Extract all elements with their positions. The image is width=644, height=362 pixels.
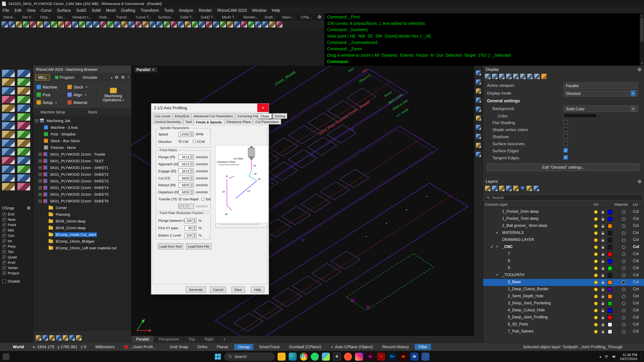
panel-tab-icon[interactable]: [476, 143, 481, 148]
load-from-tool-button[interactable]: Load from Tool: [158, 243, 183, 249]
wrench-icon[interactable]: [114, 75, 119, 79]
bulb-icon[interactable]: [594, 259, 598, 263]
material-icon[interactable]: [622, 330, 626, 334]
toolbar-icon[interactable]: [227, 21, 233, 27]
toolbar-icon[interactable]: [157, 21, 163, 27]
tree-item-operation-selected[interactable]: 8Comp_Inside Cut_Joint: [33, 231, 131, 238]
osnap-end[interactable]: ✓End: [0, 211, 33, 217]
browser-tool-icon[interactable]: [49, 335, 55, 341]
toolbar-icon[interactable]: [213, 21, 219, 27]
tree-item-setup[interactable]: +SK01_PLYWOOD 21mm - Trestle: [33, 151, 131, 158]
wifi-icon[interactable]: [604, 354, 609, 359]
menu-solid[interactable]: Solid: [89, 8, 103, 12]
instagram-icon[interactable]: [355, 353, 363, 361]
display-mode-icon[interactable]: [492, 74, 498, 79]
toolbar-icon[interactable]: [44, 21, 50, 27]
layer-row[interactable]: 8Col: [483, 258, 644, 265]
tree-item-fixtures[interactable]: Fixtures - None: [33, 144, 131, 151]
direction-cw-radio[interactable]: [178, 140, 182, 143]
toggle-grid-snap[interactable]: Grid Snap: [166, 344, 192, 350]
toolbar-icon[interactable]: [9, 21, 15, 27]
browser-tool-icon[interactable]: [76, 335, 82, 341]
toolbar-tab[interactable]: CPla...: [298, 15, 315, 19]
toolbar-tab[interactable]: Stand...: [0, 15, 19, 19]
volume-icon[interactable]: [612, 354, 617, 359]
approach-input[interactable]: 3413: [178, 161, 194, 166]
toolbar-icon[interactable]: [79, 21, 85, 27]
tree-item-post[interactable]: Post - ShopBot: [33, 131, 131, 137]
material-icon[interactable]: [622, 281, 626, 284]
bulb-icon[interactable]: [594, 266, 598, 270]
menu-render[interactable]: Render: [196, 8, 214, 12]
scroll-down-icon[interactable]: ▼: [640, 62, 644, 65]
display-mode-icon[interactable]: [534, 74, 540, 79]
lock-icon[interactable]: [601, 210, 605, 214]
tab-advanced-cut-parameters[interactable]: Advanced Cut Parameters: [192, 113, 235, 119]
rhino-tool-icon[interactable]: [2, 70, 15, 77]
tab-cut-parameters[interactable]: Cut Parameters: [254, 119, 281, 124]
rhino-tool-icon[interactable]: [2, 96, 15, 103]
bulb-icon[interactable]: [594, 274, 598, 277]
bulb-icon[interactable]: [594, 316, 598, 320]
toolbar-icon[interactable]: [255, 21, 261, 27]
tangent-edges-checkbox[interactable]: ✓: [564, 155, 568, 160]
display-mode-icon[interactable]: [527, 74, 532, 79]
rhino-tool-icon[interactable]: [18, 122, 30, 129]
plunge-input[interactable]: 3413: [178, 154, 194, 159]
layer-row[interactable]: 6_3D_PartsCol: [483, 321, 644, 328]
menu-mesh[interactable]: Mesh: [103, 8, 118, 12]
new-sublayer-icon[interactable]: [492, 186, 498, 191]
layer-row[interactable]: ▸MATERIALSCol: [483, 230, 644, 237]
rhino-tool-icon[interactable]: [2, 174, 15, 182]
gear-icon[interactable]: [26, 206, 31, 210]
bulb-icon[interactable]: [594, 217, 598, 221]
stock-button[interactable]: Stock▾: [66, 83, 96, 91]
widgets-icon[interactable]: [3, 353, 10, 360]
layer-color-swatch[interactable]: [608, 301, 612, 306]
bulb-icon[interactable]: [594, 288, 598, 291]
osnap-point[interactable]: ✓Point: [0, 222, 33, 228]
tab-program[interactable]: Program: [52, 74, 77, 80]
menu-tools[interactable]: Tools: [162, 8, 176, 12]
osnap-tan[interactable]: ✓Tan: [0, 249, 33, 254]
toggle-smarttrack[interactable]: SmartTrack: [255, 344, 283, 350]
layers-search-input[interactable]: [492, 196, 641, 200]
tab-simulate[interactable]: Simulate: [79, 74, 100, 80]
lock-icon[interactable]: [601, 287, 605, 292]
viewport-tab-parallel[interactable]: Parallel: [132, 336, 154, 343]
material-icon[interactable]: [622, 224, 626, 228]
panel-tab-icon[interactable]: [476, 107, 481, 112]
toolbar-tab[interactable]: Curve T...: [133, 15, 155, 19]
menu-rhinocam[interactable]: RhinoCAM 2023: [214, 8, 250, 12]
lock-icon[interactable]: [601, 238, 605, 242]
display-mode-icon[interactable]: [506, 74, 512, 79]
save-button[interactable]: Save: [232, 287, 245, 293]
layer-color-swatch[interactable]: [608, 238, 612, 242]
new-layer-icon[interactable]: [485, 186, 490, 191]
toolbar-icon[interactable]: [72, 21, 78, 27]
layer-color-swatch[interactable]: [608, 259, 612, 263]
layer-color-swatch[interactable]: [608, 287, 612, 292]
toggle-osnap[interactable]: Osnap: [234, 344, 254, 350]
rhino-tool-icon[interactable]: [2, 87, 15, 95]
shade-vertex-colors-checkbox[interactable]: [564, 127, 568, 131]
toolbar-icon[interactable]: [220, 21, 226, 27]
toolbar-icon[interactable]: [58, 21, 64, 27]
menu-help[interactable]: Help: [269, 8, 283, 12]
layer-color-swatch[interactable]: [608, 210, 612, 214]
scrollbar-thumb[interactable]: [640, 18, 643, 41]
direction-ccw-radio[interactable]: [192, 140, 196, 143]
toggle-record-history[interactable]: Record History: [378, 344, 413, 350]
layer-row-selected[interactable]: 0_BaseCol: [483, 279, 644, 286]
toolbar-icon[interactable]: [270, 21, 276, 27]
retract-input[interactable]: 6826: [178, 183, 194, 188]
toolbar-icon[interactable]: [16, 21, 22, 27]
use-rapid-radio[interactable]: [178, 197, 182, 201]
rhino-tool-icon[interactable]: [2, 166, 15, 173]
toolbar-icon[interactable]: [114, 21, 120, 27]
edge-icon[interactable]: [289, 353, 297, 361]
display-mode-icon[interactable]: [541, 74, 547, 79]
menu-view[interactable]: View: [24, 8, 38, 12]
surface-isocurves-checkbox[interactable]: [564, 141, 568, 146]
osnap-quad[interactable]: ✓Quad: [0, 254, 33, 260]
